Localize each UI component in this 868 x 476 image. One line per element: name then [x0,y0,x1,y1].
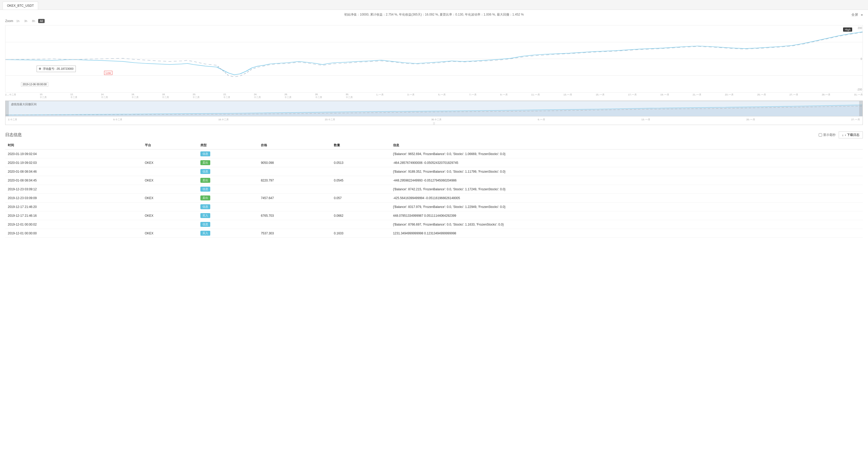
cell-price: 8220.797 [258,176,331,185]
cell-price [258,167,331,176]
fullscreen-button[interactable]: 全屏 [851,12,858,17]
cell-type: 信息 [198,202,258,211]
tooltip-dot [39,68,41,70]
zoom-1h-button[interactable]: 1h [15,19,21,23]
table-row: 2019-12-01 00:00:02 信息 {'Balance': 8766.… [5,220,863,229]
cell-info: -464.2857674900006 -0.05052432070182974​… [391,159,863,167]
cell-type: 卖出 [198,176,258,185]
low-label: Low [104,71,113,75]
cell-platform: OKEX [142,159,198,167]
cell-time: 2019-12-17 21:46:20 [5,202,142,211]
table-row: 2019-12-17 21:46:20 信息 {'Balance': 8317.… [5,202,863,211]
log-controls: 显示毫秒 ↓ ↓ 下载日志 [819,131,863,138]
cell-type: 信息 [198,149,258,159]
cell-time: 2019-12-01 00:00:00 [5,229,142,238]
zoom-label: Zoom [5,19,13,23]
col-type: 类型 [198,142,258,149]
cell-qty: 0.0662 [331,211,391,220]
cell-info: {'Balance': 8766.697, 'FrozenBalance': 0… [391,220,863,229]
x-axis-labels: 2....十二月 10.十二月 12.十二月 14.十二月 16.十二月 18.… [5,93,863,100]
col-time: 时间 [5,142,142,149]
mini-chart-wrapper: 虚线指最大回撤区间 2.十二月 9.十二月 16.十二月 23.十二月 30.十… [5,101,863,125]
cell-qty [331,149,391,159]
table-row: 2020-01-08 08:04:46 信息 {'Balance': 9189.… [5,167,863,176]
table-row: 2019-12-17 21:46:16 OKEX 买入 6765.703 0.0… [5,211,863,220]
cell-platform: OKEX [142,194,198,202]
type-badge: 买入 [200,213,210,218]
log-section: 日志信息 显示毫秒 ↓ ↓ 下载日志 时间 平台 类型 价格 数量 信息 [0,128,868,242]
cell-qty [331,167,391,176]
cell-type: 买入 [198,211,258,220]
top-right-controls: 全屏 ≡ [851,12,863,17]
cell-price [258,220,331,229]
download-log-button[interactable]: ↓ ↓ 下载日志 [839,131,863,138]
cell-type: 信息 [198,167,258,176]
cell-info: {'Balance': 8742.215, 'FrozenBalance': 0… [391,185,863,194]
cell-platform: OKEX [142,211,198,220]
cell-price: 9050.098 [258,159,331,167]
chart-area: 初始净值：10000, 累计收益：2.754 %, 年化收益(365天)：16.… [0,10,868,128]
cell-qty [331,220,391,229]
type-badge: 卖出 [200,196,210,200]
table-row: 2020-01-19 09:02:04 信息 {'Balance': 9652.… [5,149,863,159]
cell-qty [331,202,391,211]
show-ms-checkbox[interactable]: 显示毫秒 [819,133,836,137]
log-table: 时间 平台 类型 价格 数量 信息 2020-01-19 09:02:04 信息… [5,142,863,238]
zoom-all-button[interactable]: All [38,19,44,23]
cell-time: 2020-01-19 09:02:04 [5,149,142,159]
mini-chart-container[interactable]: 虚线指最大回撤区间 [5,101,863,116]
cell-price [258,185,331,194]
high-label: High [843,28,852,32]
download-label: ↓ 下载日志 [845,133,860,137]
tab-okex-btc-usdt[interactable]: OKEX_BTC_USDT [3,2,38,9]
mini-chart-right-handle[interactable] [859,101,862,116]
type-badge: 信息 [200,187,210,192]
cell-price: 6765.703 [258,211,331,220]
menu-icon[interactable]: ≡ [861,13,863,17]
cell-type: 卖出 [198,194,258,202]
mini-chart-left-handle[interactable] [6,101,9,116]
col-info: 信息 [391,142,863,149]
table-row: 2019-12-23 03:09:12 信息 {'Balance': 8742.… [5,185,863,194]
cell-info: -448.2959822449993 -0.05127945060204986 [391,176,863,185]
type-badge: 信息 [200,151,210,156]
zoom-3h-button[interactable]: 3h [23,19,29,23]
type-badge: 信息 [200,204,210,209]
datetime-tooltip: 2019-12-06 00:00:00 [21,82,48,87]
log-table-header: 时间 平台 类型 价格 数量 信息 [5,142,863,149]
type-badge: 卖出 [200,160,210,165]
log-header: 日志信息 显示毫秒 ↓ ↓ 下载日志 [5,131,863,138]
type-badge: 卖出 [200,178,210,183]
cell-time: 2020-01-08 08:04:45 [5,176,142,185]
scroll-indicator: ||| [5,122,863,125]
cell-platform [142,202,198,211]
mini-chart-label: 虚线指最大回撤区间 [11,102,37,106]
cell-time: 2019-12-23 03:09:12 [5,185,142,194]
tab-bar: OKEX_BTC_USDT [0,0,868,10]
cell-type: 卖出 [198,159,258,167]
table-row: 2020-01-19 09:02:03 OKEX 卖出 9050.098 0.0… [5,159,863,167]
cell-time: 2019-12-01 00:00:02 [5,220,142,229]
cell-qty: 0.0545 [331,176,391,185]
main-chart-svg [5,25,863,92]
cell-time: 2020-01-19 09:02:03 [5,159,142,167]
cell-info: -425.56416399499994 -0.05116196662614800… [391,194,863,202]
table-row: 2019-12-01 00:00:00 OKEX 买入 7537.303 0.1… [5,229,863,238]
chart-wrapper: High Low 浮动盈亏: -35.18723000 200 0 -200 [5,25,863,100]
cell-qty: 0.0513 [331,159,391,167]
log-table-body: 2020-01-19 09:02:04 信息 {'Balance': 9652.… [5,149,863,238]
cell-type: 信息 [198,220,258,229]
type-badge: 买入 [200,231,210,236]
cell-info: 1231.3494999999998 0.12313494999999998 [391,229,863,238]
main-chart-container[interactable]: High Low 浮动盈亏: -35.18723000 200 0 -200 [5,25,863,93]
cell-type: 买入 [198,229,258,238]
cell-price: 7457.647 [258,194,331,202]
zoom-8h-button[interactable]: 8h [30,19,37,23]
cell-price: 7537.303 [258,229,331,238]
cell-time: 2020-01-08 08:04:46 [5,167,142,176]
mini-x-axis: 2.十二月 9.十二月 16.十二月 23.十二月 30.十二月 6.-一月 1… [5,117,863,122]
cell-platform [142,167,198,176]
show-ms-input[interactable] [819,133,822,137]
cell-platform [142,149,198,159]
stats-bar: 初始净值：10000, 累计收益：2.754 %, 年化收益(365天)：16.… [5,12,863,17]
